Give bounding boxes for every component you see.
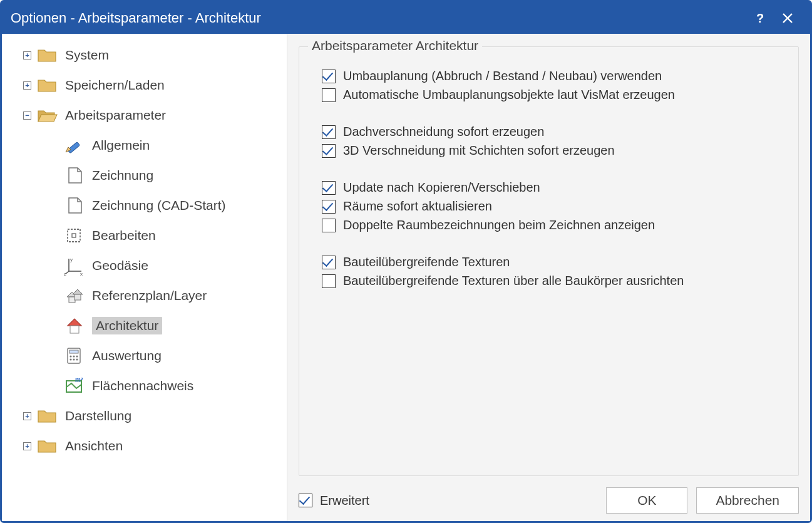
tree-item-geodaesie[interactable]: Geodäsie	[7, 251, 285, 281]
expand-toggle[interactable]: +	[23, 81, 31, 90]
check-doppelte-raumbezeichnungen[interactable]: Doppelte Raumbezeichnungen beim Zeichnen…	[322, 218, 781, 232]
house-icon	[63, 316, 86, 335]
checkbox[interactable]	[322, 181, 336, 195]
nav-tree: + System + Speichern/Laden − Arbeitspara…	[2, 34, 287, 521]
folder-open-icon	[36, 106, 59, 125]
checkbox[interactable]	[322, 125, 336, 139]
check-texturen-alle-baukoerper[interactable]: Bauteilübergreifende Texturen über alle …	[322, 274, 781, 288]
axes-icon	[63, 256, 86, 275]
checkbox-label: Automatische Umbauplanungsobjekte laut V…	[343, 88, 675, 102]
group-title: Arbeitsparameter Architektur	[308, 38, 482, 53]
checkbox-label: Umbauplanung (Abbruch / Bestand / Neubau…	[343, 69, 662, 83]
checkbox[interactable]	[322, 274, 336, 288]
check-update-kopieren-verschieben[interactable]: Update nach Kopieren/Verschieben	[322, 180, 781, 195]
check-auto-umbauplanungsobjekte[interactable]: Automatische Umbauplanungsobjekte laut V…	[322, 88, 781, 102]
check-umbauplanung-verwenden[interactable]: Umbauplanung (Abbruch / Bestand / Neubau…	[322, 69, 781, 83]
options-dialog: Optionen - Arbeitsparameter - Architektu…	[0, 0, 812, 523]
tree-item-label: Zeichnung (CAD-Start)	[92, 198, 226, 213]
check-dachverschneidung[interactable]: Dachverschneidung sofort erzeugen	[322, 125, 781, 139]
tree-item-label: Arbeitsparameter	[65, 108, 166, 123]
tree-item-label: Architektur	[92, 317, 162, 334]
checkbox[interactable]	[322, 200, 336, 214]
dialog-footer: Erweitert OK Abbrechen	[299, 476, 799, 514]
tree-item-allgemein[interactable]: Allgemein	[7, 130, 285, 160]
close-button[interactable]	[774, 4, 801, 32]
checkbox-label: 3D Verschneidung mit Schichten sofort er…	[343, 143, 615, 158]
checkbox-label: Bauteilübergreifende Texturen über alle …	[343, 274, 684, 288]
help-button[interactable]: ?	[746, 4, 774, 32]
checkbox[interactable]	[322, 88, 336, 102]
check-3d-verschneidung[interactable]: 3D Verschneidung mit Schichten sofort er…	[322, 143, 781, 158]
tree-item-system[interactable]: + System	[7, 40, 285, 70]
collapse-toggle[interactable]: −	[23, 111, 31, 120]
folder-icon	[36, 76, 59, 95]
tree-item-label: Allgemein	[92, 138, 150, 153]
tree-item-label: System	[65, 48, 109, 63]
tree-item-label: Ansichten	[65, 438, 123, 453]
area-icon	[63, 376, 86, 395]
calculator-icon	[63, 346, 86, 365]
checkbox-label: Doppelte Raumbezeichnungen beim Zeichnen…	[343, 218, 655, 232]
checkbox[interactable]	[299, 494, 312, 507]
checkbox-label: Update nach Kopieren/Verschieben	[343, 180, 540, 195]
tree-item-bearbeiten[interactable]: Bearbeiten	[7, 220, 285, 251]
pencil-icon	[63, 136, 86, 155]
tree-item-label: Geodäsie	[92, 258, 148, 273]
group-arbeitsparameter-architektur: Arbeitsparameter Architektur Umbauplanun…	[299, 46, 799, 476]
houses-icon	[63, 286, 86, 305]
check-bauteiluebergreifende-texturen[interactable]: Bauteilübergreifende Texturen	[322, 255, 781, 269]
tree-item-darstellung[interactable]: + Darstellung	[7, 401, 285, 431]
tree-item-zeichnung-cad-start[interactable]: Zeichnung (CAD-Start)	[7, 190, 285, 220]
titlebar: Optionen - Arbeitsparameter - Architektu…	[2, 2, 810, 34]
tree-item-label: Bearbeiten	[92, 228, 156, 243]
window-title: Optionen - Arbeitsparameter - Architektu…	[11, 10, 746, 26]
tree-item-ansichten[interactable]: + Ansichten	[7, 431, 285, 461]
tree-item-flaechennachweis[interactable]: Flächennachweis	[7, 371, 285, 401]
expand-toggle[interactable]: +	[23, 412, 31, 420]
folder-icon	[36, 437, 59, 455]
content-pane: Arbeitsparameter Architektur Umbauplanun…	[287, 34, 810, 521]
page-icon	[63, 166, 86, 185]
tree-item-label: Flächennachweis	[92, 378, 193, 393]
tree-item-referenzplan-layer[interactable]: Referenzplan/Layer	[7, 281, 285, 311]
page-icon	[63, 196, 86, 215]
tree-item-label: Referenzplan/Layer	[92, 288, 207, 303]
tree-item-arbeitsparameter[interactable]: − Arbeitsparameter	[7, 100, 285, 130]
check-erweitert[interactable]: Erweitert	[299, 494, 369, 508]
tree-item-architektur[interactable]: Architektur	[7, 311, 285, 341]
folder-icon	[36, 46, 59, 65]
tree-item-label: Darstellung	[65, 408, 131, 423]
expand-toggle[interactable]: +	[23, 442, 31, 450]
checkbox[interactable]	[322, 70, 336, 83]
checkbox-label: Räume sofort aktualisieren	[343, 199, 492, 214]
folder-icon	[36, 406, 59, 425]
selection-icon	[63, 226, 86, 245]
ok-button[interactable]: OK	[606, 487, 687, 514]
checkbox-label: Dachverschneidung sofort erzeugen	[343, 125, 544, 139]
svg-text:?: ?	[756, 12, 764, 24]
tree-item-label: Zeichnung	[92, 168, 153, 183]
expand-toggle[interactable]: +	[23, 51, 31, 60]
checkbox[interactable]	[322, 144, 336, 158]
tree-item-speichern-laden[interactable]: + Speichern/Laden	[7, 70, 285, 100]
checkbox[interactable]	[322, 256, 336, 269]
tree-item-label: Auswertung	[92, 348, 162, 363]
tree-item-auswertung[interactable]: Auswertung	[7, 341, 285, 371]
checkbox-label: Bauteilübergreifende Texturen	[343, 255, 510, 269]
cancel-button[interactable]: Abbrechen	[696, 487, 799, 514]
tree-item-zeichnung[interactable]: Zeichnung	[7, 160, 285, 190]
check-raeume-aktualisieren[interactable]: Räume sofort aktualisieren	[322, 199, 781, 214]
checkbox-label: Erweitert	[320, 494, 369, 508]
tree-item-label: Speichern/Laden	[65, 78, 165, 93]
checkbox[interactable]	[322, 219, 336, 232]
